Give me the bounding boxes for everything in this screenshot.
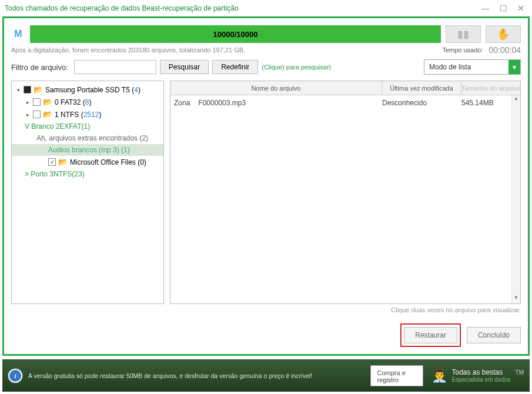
tree-label: > Porto 3NTFS(23) xyxy=(25,170,85,178)
avatar-icon: 👨‍💼 xyxy=(430,367,448,385)
stop-button[interactable]: ✋ xyxy=(486,25,521,43)
tree-item-porto[interactable]: > Porto 3NTFS(23) xyxy=(12,168,163,180)
info-icon: i xyxy=(8,369,22,383)
tree-item-extras[interactable]: Ah, arquivos extras encontrados (2) xyxy=(12,132,163,144)
scan-status: Após a digitalização, foram encontrados … xyxy=(11,46,442,54)
time-used-value: 00:00:04 xyxy=(489,45,521,55)
tree-root[interactable]: ▾ 📂 Samsung Portable SSD T5 (4) xyxy=(12,84,163,96)
preview-hint: Clique duas vezes no arquivo para visual… xyxy=(11,306,521,313)
chevron-down-icon: ▼ xyxy=(508,60,520,74)
col-header-name[interactable]: Nome do arquivo xyxy=(170,81,382,95)
progress-bar: 10000/10000 xyxy=(30,25,441,43)
folder-icon: 📂 xyxy=(58,158,68,166)
col-header-modified[interactable]: Última vez modificada xyxy=(382,81,461,95)
tree-label: 1 NTFS (2512) xyxy=(55,111,101,119)
file-zone-label: Zona xyxy=(174,99,190,107)
file-grid: Nome do arquivo Última vez modificada Ta… xyxy=(170,81,521,304)
tree-label: 0 FAT32 (8) xyxy=(55,98,92,106)
expand-icon[interactable]: ▸ xyxy=(25,112,31,118)
folder-tree[interactable]: ▾ 📂 Samsung Portable SSD T5 (4) ▸ 📂 0 FA… xyxy=(11,81,164,304)
folder-icon: 📂 xyxy=(34,85,43,94)
filter-input[interactable] xyxy=(74,60,156,74)
view-mode-select[interactable]: Modo de lista ▼ xyxy=(424,59,521,75)
tree-label: V Branco 2EXFAT(1) xyxy=(25,122,90,131)
drive-letter: M xyxy=(11,29,25,39)
tree-item-ntfs[interactable]: ▸ 📂 1 NTFS (2512) xyxy=(12,108,163,121)
col-header-size[interactable]: Tamanho do arquivo xyxy=(461,81,520,95)
view-mode-value: Modo de lista xyxy=(424,63,508,71)
checkbox[interactable] xyxy=(48,158,56,166)
beast-title: Todas as bestas xyxy=(451,368,510,376)
scroll-up-icon[interactable]: ▲ xyxy=(512,95,520,104)
footer-message: A versão gratuita só pode restaurar 50MB… xyxy=(28,372,370,379)
tree-label: Samsung Portable SSD T5 (4) xyxy=(45,86,140,94)
beast-subtitle: Especialista em dados xyxy=(451,376,510,383)
tree-item-fat32[interactable]: ▸ 📂 0 FAT32 (8) xyxy=(12,96,163,108)
tree-item-office[interactable]: 📂 Microsoft Office Files (0) xyxy=(12,156,163,168)
folder-icon: 📂 xyxy=(43,98,52,106)
scroll-down-icon[interactable]: ▼ xyxy=(512,295,520,303)
restore-highlight: Restaurar xyxy=(400,323,461,347)
scrollbar[interactable]: ▲ ▼ xyxy=(511,95,520,303)
tree-item-exfat[interactable]: V Branco 2EXFAT(1) xyxy=(12,121,163,132)
checkbox[interactable] xyxy=(33,98,41,106)
tree-label: Audios brancos (mp 3) (1) xyxy=(48,146,130,154)
tree-item-audios[interactable]: Audios brancos (mp 3) (1) xyxy=(12,144,163,156)
file-name: F0000003.mp3 xyxy=(198,99,246,107)
window-title: Todos chamados de recuperação de dados B… xyxy=(2,4,477,12)
trademark: TM xyxy=(516,369,524,376)
collapse-icon[interactable]: ▾ xyxy=(15,87,21,93)
done-button[interactable]: Concluído xyxy=(467,327,521,343)
file-modified: Desconhecido xyxy=(382,99,461,107)
pause-icon: ▮▮ xyxy=(457,28,469,41)
search-button[interactable]: Pesquisar xyxy=(160,60,209,74)
restore-button[interactable]: Restaurar xyxy=(404,327,457,343)
folder-icon: 📂 xyxy=(43,110,52,119)
tree-label: Microsoft Office Files (0) xyxy=(70,158,146,166)
checkbox[interactable] xyxy=(24,86,31,94)
pause-button[interactable]: ▮▮ xyxy=(446,25,481,43)
search-hint: (Clique) para pesquisar) xyxy=(262,64,332,71)
expand-icon[interactable]: ▸ xyxy=(25,99,31,105)
buy-register-button[interactable]: Compra e registro xyxy=(370,365,423,386)
maximize-button[interactable]: ☐ xyxy=(494,2,512,15)
time-used-label: Tempo usado: xyxy=(442,46,483,54)
tree-label: Ah, arquivos extras encontrados (2) xyxy=(36,134,148,142)
filter-label: Filtro de arquivo: xyxy=(11,63,68,72)
hand-icon: ✋ xyxy=(497,28,510,41)
file-row[interactable]: Zona F0000003.mp3 Desconhecido 545.14MB xyxy=(170,95,520,111)
reset-button[interactable]: Redefinir xyxy=(212,60,258,74)
minimize-button[interactable]: — xyxy=(477,2,494,15)
checkbox[interactable] xyxy=(33,111,41,118)
close-button[interactable]: ✕ xyxy=(512,2,530,15)
